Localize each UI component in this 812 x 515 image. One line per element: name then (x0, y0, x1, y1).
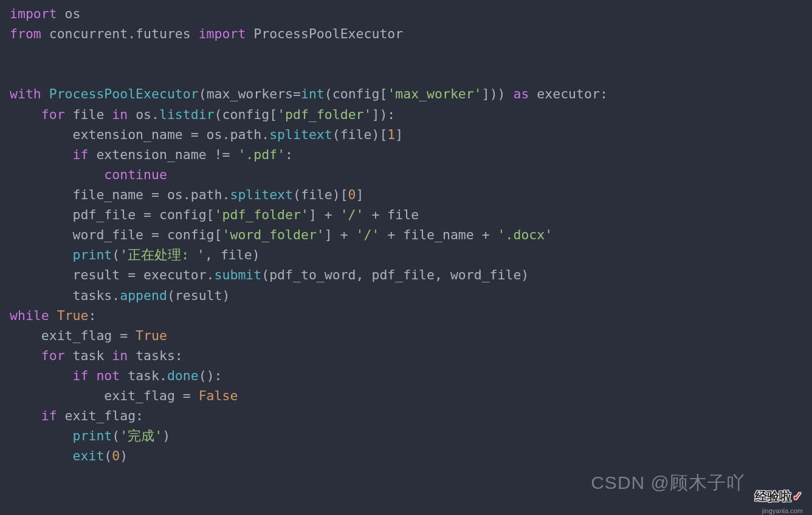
code-line: exit_flag = True (10, 328, 167, 343)
code-block: import os from concurrent.futures import… (0, 0, 812, 470)
code-line: if not task.done(): (10, 368, 222, 383)
code-line: extension_name = os.path.splitext(file)[… (10, 127, 403, 142)
code-line: result = executor.submit(pdf_to_word, pd… (10, 267, 529, 282)
watermark-url: jingyanla.com (762, 506, 803, 515)
code-line: tasks.append(result) (10, 288, 230, 303)
code-line: import os (10, 6, 81, 21)
code-line: exit_flag = False (10, 388, 238, 403)
code-line: print('正在处理: ', file) (10, 247, 260, 262)
code-line: with ProcessPoolExecutor(max_workers=int… (10, 86, 608, 101)
watermark-csdn: CSDN @顾木子吖 (591, 469, 745, 497)
code-line: from concurrent.futures import ProcessPo… (10, 26, 403, 41)
code-line: exit(0) (10, 448, 128, 463)
code-line: continue (10, 167, 167, 182)
check-icon: ✓ (793, 489, 803, 503)
code-line: for task in tasks: (10, 348, 183, 363)
watermark-brand: 经验啦✓ (755, 487, 803, 506)
code-line: word_file = config['word_folder'] + '/' … (10, 227, 552, 242)
code-line: while True: (10, 308, 96, 323)
code-line: if extension_name != '.pdf': (10, 147, 293, 162)
code-line: if exit_flag: (10, 408, 143, 423)
code-line: print('完成') (10, 428, 170, 443)
code-line: file_name = os.path.splitext(file)[0] (10, 187, 364, 202)
code-line: for file in os.listdir(config['pdf_folde… (10, 107, 395, 122)
code-line: pdf_file = config['pdf_folder'] + '/' + … (10, 207, 419, 222)
